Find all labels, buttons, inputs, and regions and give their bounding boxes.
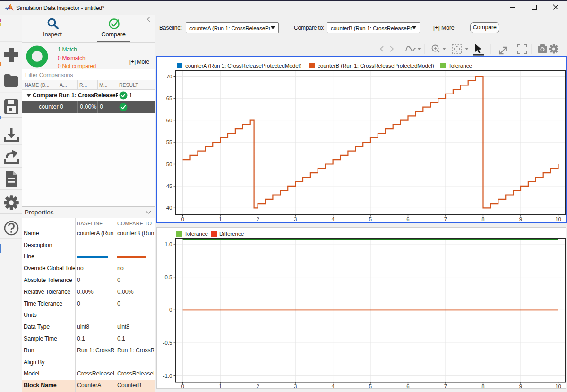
svg-text:5: 5 bbox=[369, 216, 372, 222]
svg-text:8: 8 bbox=[481, 216, 484, 222]
svg-text:1: 1 bbox=[219, 216, 222, 222]
svg-text:1.0: 1.0 bbox=[165, 241, 172, 247]
svg-text:3: 3 bbox=[294, 216, 297, 222]
svg-text:0.5: 0.5 bbox=[165, 274, 172, 280]
svg-text:6: 6 bbox=[406, 216, 409, 222]
svg-text:4: 4 bbox=[331, 216, 335, 222]
svg-text:2: 2 bbox=[256, 216, 259, 222]
svg-text:4: 4 bbox=[331, 383, 335, 389]
svg-text:2: 2 bbox=[256, 383, 259, 389]
svg-text:8: 8 bbox=[481, 383, 484, 389]
svg-text:1: 1 bbox=[219, 383, 222, 389]
svg-text:10: 10 bbox=[555, 216, 561, 222]
svg-text:7: 7 bbox=[444, 216, 447, 222]
svg-text:3: 3 bbox=[294, 383, 297, 389]
svg-text:7: 7 bbox=[444, 383, 447, 389]
svg-text:70: 70 bbox=[166, 74, 172, 79]
svg-text:65: 65 bbox=[166, 95, 172, 101]
svg-text:50: 50 bbox=[166, 162, 172, 167]
svg-text:60: 60 bbox=[166, 118, 172, 123]
svg-text:10: 10 bbox=[555, 383, 561, 389]
svg-text:45: 45 bbox=[166, 183, 172, 189]
svg-text:-0.5: -0.5 bbox=[163, 340, 172, 346]
svg-text:0: 0 bbox=[169, 307, 172, 313]
svg-text:40: 40 bbox=[166, 205, 172, 211]
svg-text:5: 5 bbox=[369, 383, 372, 389]
svg-text:55: 55 bbox=[166, 139, 172, 145]
svg-text:-1.0: -1.0 bbox=[163, 373, 172, 379]
svg-text:0: 0 bbox=[181, 383, 184, 389]
svg-text:9: 9 bbox=[519, 216, 522, 222]
svg-text:6: 6 bbox=[406, 383, 409, 389]
svg-text:0: 0 bbox=[181, 216, 184, 222]
svg-text:9: 9 bbox=[519, 383, 522, 389]
